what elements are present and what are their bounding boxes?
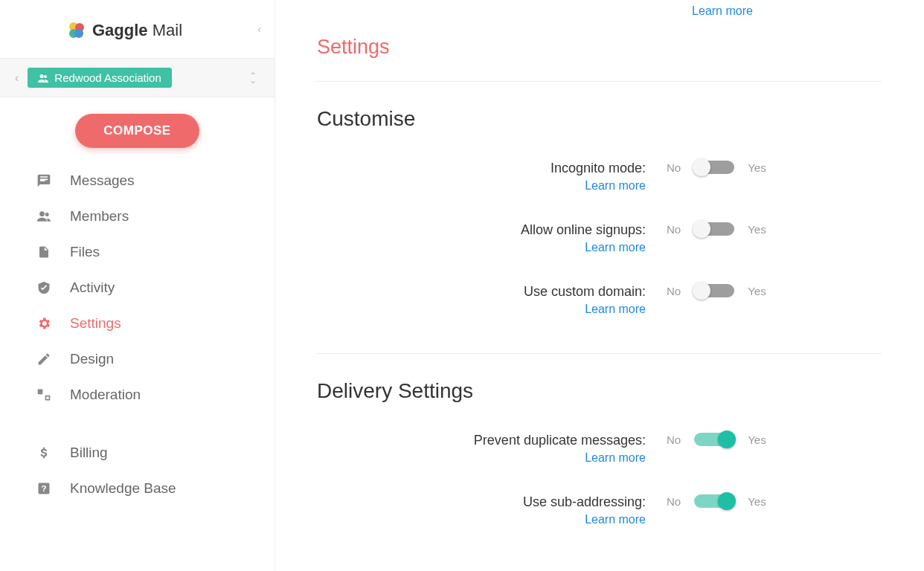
learn-more-link[interactable]: Learn more (585, 179, 646, 193)
learn-more-link[interactable]: Learn more (585, 241, 646, 254)
setting-label: Prevent duplicate messages: (317, 433, 646, 448)
toggle-no-label: No (667, 433, 681, 446)
nav-design[interactable]: Design (0, 341, 275, 377)
moderation-icon (36, 387, 52, 402)
top-learn-more-link[interactable]: Learn more (562, 0, 882, 22)
nav-label: Moderation (70, 387, 141, 403)
billing-icon (36, 445, 52, 460)
toggle-yes-label: Yes (748, 433, 766, 446)
toggle-incognito[interactable] (694, 161, 734, 174)
nav-label: Files (70, 244, 100, 260)
compose-button[interactable]: COMPOSE (75, 114, 199, 148)
nav-billing[interactable]: Billing (0, 435, 275, 471)
nav-separator (0, 413, 275, 435)
nav-label: Messages (70, 172, 135, 189)
setting-incognito: Incognito mode: Learn more No Yes (317, 146, 882, 207)
setting-prevent-duplicates: Prevent duplicate messages: Learn more N… (317, 418, 882, 480)
activity-icon (36, 280, 52, 295)
setting-label: Incognito mode: (317, 161, 646, 176)
nav-members[interactable]: Members (0, 199, 275, 234)
logo-bar: Gaggle Mail ‹ (0, 0, 275, 59)
members-icon (36, 209, 52, 224)
setting-label: Allow online signups: (317, 222, 646, 238)
toggle-yes-label: Yes (748, 161, 766, 174)
org-name: Redwood Association (54, 71, 161, 84)
org-back-icon[interactable]: ‹ (15, 71, 19, 85)
help-icon: ? (36, 481, 52, 496)
nav-knowledge-base[interactable]: ? Knowledge Base (0, 471, 275, 506)
nav-label: Billing (70, 445, 108, 461)
nav-settings[interactable]: Settings (0, 306, 275, 341)
nav-activity[interactable]: Activity (0, 270, 275, 306)
nav-files[interactable]: Files (0, 234, 275, 270)
learn-more-link[interactable]: Learn more (585, 513, 646, 526)
svg-point-4 (40, 74, 44, 78)
learn-more-link[interactable]: Learn more (585, 451, 646, 465)
svg-point-6 (39, 211, 45, 216)
nav-moderation[interactable]: Moderation (0, 377, 275, 413)
toggle-prevent-duplicates[interactable] (694, 433, 734, 446)
collapse-sidebar-icon[interactable]: ‹ (257, 23, 261, 35)
settings-icon (36, 316, 52, 331)
page-title: Settings (317, 22, 882, 82)
setting-signups: Allow online signups: Learn more No Yes (317, 207, 882, 269)
nav-label: Design (70, 351, 114, 367)
logo-text: Gaggle Mail (92, 21, 182, 40)
messages-icon (36, 173, 52, 188)
toggle-yes-label: Yes (748, 223, 766, 236)
nav-messages[interactable]: Messages (0, 163, 275, 199)
org-selector-bar: ‹ Redwood Association ⌃⌄ (0, 59, 275, 97)
nav-label: Activity (70, 280, 115, 296)
setting-sub-addressing: Use sub-addressing: Learn more No Yes (317, 480, 882, 541)
logo: Gaggle Mail (67, 21, 182, 40)
files-icon (36, 245, 52, 259)
svg-text:?: ? (41, 483, 46, 493)
design-icon (36, 352, 52, 367)
svg-point-3 (74, 29, 83, 38)
toggle-yes-label: Yes (748, 285, 766, 297)
nav-list: Messages Members Files Activity Settings (0, 158, 275, 511)
toggle-signups[interactable] (694, 222, 734, 236)
toggle-yes-label: Yes (748, 495, 766, 508)
logo-icon (67, 21, 86, 40)
toggle-custom-domain[interactable] (694, 284, 734, 297)
svg-point-7 (45, 213, 49, 216)
people-icon (38, 74, 48, 83)
setting-label: Use sub-addressing: (317, 494, 646, 510)
svg-point-5 (44, 75, 47, 78)
setting-label: Use custom domain: (317, 284, 646, 300)
nav-label: Settings (70, 315, 121, 332)
main-content: Learn more Settings Customise Incognito … (275, 0, 924, 571)
toggle-no-label: No (667, 223, 681, 236)
nav-label: Knowledge Base (70, 480, 176, 497)
org-switcher-icon[interactable]: ⌃⌄ (249, 74, 257, 83)
toggle-no-label: No (667, 495, 681, 508)
setting-custom-domain: Use custom domain: Learn more No Yes (317, 269, 882, 331)
toggle-no-label: No (667, 161, 681, 174)
toggle-sub-addressing[interactable] (694, 494, 734, 508)
toggle-no-label: No (667, 285, 681, 297)
org-pill[interactable]: Redwood Association (28, 68, 171, 88)
compose-wrap: COMPOSE (0, 97, 275, 158)
section-delivery-title: Delivery Settings (317, 354, 882, 418)
section-customise-title: Customise (317, 82, 882, 146)
learn-more-link[interactable]: Learn more (585, 303, 646, 316)
nav-label: Members (70, 208, 129, 225)
sidebar: Gaggle Mail ‹ ‹ Redwood Association ⌃⌄ C… (0, 0, 275, 571)
